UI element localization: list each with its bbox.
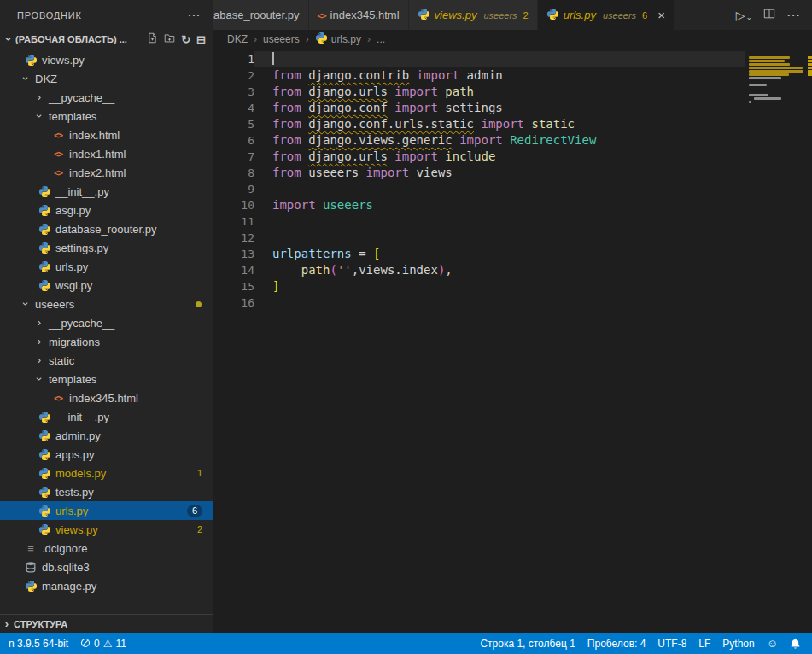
- code-line[interactable]: 9: [213, 181, 812, 197]
- python-interpreter-status[interactable]: n 3.9.5 64-bit: [3, 633, 74, 654]
- error-count: 0: [94, 638, 100, 650]
- breadcrumb-item-dkz[interactable]: DKZ: [227, 33, 248, 45]
- editor-group: database_roouter.py <> index345.html vie…: [213, 0, 812, 633]
- code-line[interactable]: 15]: [213, 278, 812, 295]
- explorer-title: ПРОВОДНИК: [17, 10, 82, 20]
- collapse-all-icon[interactable]: ⊟: [196, 34, 206, 45]
- file-models-py[interactable]: models.py1: [0, 464, 213, 482]
- code-line[interactable]: 6from django.views.generic import Redire…: [213, 132, 812, 149]
- tab-views[interactable]: views.py useeers 2: [409, 0, 538, 30]
- line-number: 15: [213, 278, 254, 295]
- code-editor[interactable]: 12from django.contrib import admin3from …: [213, 49, 812, 633]
- problems-status[interactable]: 0 ⚠ 11: [74, 633, 132, 654]
- file-manage-py[interactable]: manage.py: [0, 576, 213, 595]
- cursor-position-status[interactable]: Строка 1, столбец 1: [474, 633, 581, 654]
- language-mode-status[interactable]: Python: [716, 633, 760, 654]
- folder-migrations[interactable]: ›migrations: [0, 332, 213, 351]
- explorer-more-actions-icon[interactable]: ⋯: [187, 8, 201, 23]
- code-line[interactable]: 5from django.conf.urls.static import sta…: [213, 116, 812, 132]
- file-database-roouter-py[interactable]: database_roouter.py: [0, 219, 213, 238]
- minimap-line: [749, 56, 790, 59]
- split-editor-button[interactable]: [763, 8, 775, 23]
- code-line[interactable]: 16: [213, 295, 812, 311]
- chevron-down-icon: ›: [16, 297, 35, 311]
- eol-status[interactable]: LF: [692, 633, 716, 654]
- code-line[interactable]: 10import useeers: [213, 197, 812, 213]
- file-settings-py[interactable]: settings.py: [0, 238, 213, 257]
- tree-item-label: models.py: [55, 467, 106, 480]
- outline-section-header[interactable]: › СТРУКТУРА: [0, 614, 213, 633]
- file--dcignore[interactable]: ≡.dcignore: [0, 539, 213, 558]
- new-file-icon[interactable]: [147, 32, 158, 46]
- file-views-py[interactable]: views.py: [0, 50, 213, 69]
- breadcrumb-item-useeers[interactable]: useeers: [263, 33, 300, 45]
- breadcrumb-separator-icon: ›: [306, 33, 309, 45]
- file-urls-py[interactable]: urls.py: [0, 257, 213, 276]
- line-number: 4: [213, 100, 254, 116]
- line-number: 5: [213, 116, 254, 132]
- code-line[interactable]: 8from useeers import views: [213, 165, 812, 181]
- file-asgi-py[interactable]: asgi.py: [0, 201, 213, 219]
- refresh-icon[interactable]: ↻: [181, 34, 190, 45]
- tab-index345[interactable]: <> index345.html: [309, 0, 409, 30]
- line-content: import useeers: [254, 197, 745, 213]
- indentation-status[interactable]: Пробелов: 4: [581, 633, 652, 654]
- run-button[interactable]: ▷ ⌄: [736, 9, 752, 22]
- folder-templates[interactable]: ›templates: [0, 107, 213, 126]
- tree-item-label: __init__.py: [55, 411, 109, 423]
- code-line[interactable]: 12: [213, 230, 812, 246]
- file-admin-py[interactable]: admin.py: [0, 426, 213, 445]
- python-icon: [315, 32, 328, 47]
- code-line[interactable]: 2from django.contrib import admin: [213, 67, 812, 84]
- file-views-py[interactable]: views.py2: [0, 520, 213, 539]
- python-icon: [418, 8, 430, 23]
- chevron-right-icon: ›: [0, 615, 14, 634]
- code-line[interactable]: 13urlpatterns = [: [213, 246, 812, 262]
- cursor-caret: [272, 52, 274, 65]
- code-line[interactable]: 7from django.urls import include: [213, 149, 812, 165]
- python-icon: [38, 505, 51, 517]
- workspace-header[interactable]: › (РАБОЧАЯ ОБЛАСТЬ) ... ↻ ⊟: [0, 30, 213, 49]
- tree-item-label: templates: [49, 373, 96, 386]
- notifications-bell-icon[interactable]: [784, 633, 807, 654]
- file-index2-html[interactable]: <>index2.html: [0, 163, 213, 182]
- file--init-py[interactable]: __init__.py: [0, 182, 213, 201]
- file--init-py[interactable]: __init__.py: [0, 407, 213, 426]
- file-tests-py[interactable]: tests.py: [0, 482, 213, 501]
- breadcrumb-item-more[interactable]: ...: [377, 33, 385, 45]
- more-actions-icon[interactable]: ⋯: [786, 7, 800, 23]
- folder--pycache-[interactable]: ›__pycache__: [0, 313, 213, 332]
- feedback-icon[interactable]: ☺: [761, 633, 784, 654]
- tree-item-label: __pycache__: [49, 317, 114, 330]
- new-folder-icon[interactable]: [164, 32, 175, 46]
- file-index345-html[interactable]: <>index345.html: [0, 388, 213, 407]
- file-index-html[interactable]: <>index.html: [0, 126, 213, 144]
- code-line[interactable]: 4from django.conf import settings: [213, 100, 812, 116]
- folder-dkz[interactable]: ›DKZ: [0, 69, 213, 88]
- tab-urls[interactable]: urls.py useeers 6 ×: [538, 0, 675, 30]
- code-line[interactable]: 1: [213, 51, 812, 67]
- code-line[interactable]: 14 path('',views.index),: [213, 262, 812, 278]
- file-apps-py[interactable]: apps.py: [0, 445, 213, 464]
- problems-badge: 2: [197, 523, 202, 536]
- python-icon: [24, 580, 38, 593]
- folder-useeers[interactable]: ›useeers: [0, 295, 213, 313]
- folder-templates[interactable]: ›templates: [0, 370, 213, 388]
- close-tab-icon[interactable]: ×: [657, 9, 665, 21]
- folder-static[interactable]: ›static: [0, 351, 213, 370]
- code-line[interactable]: 3from django.urls import path: [213, 84, 812, 100]
- breadcrumb-item-urls[interactable]: urls.py: [315, 32, 361, 47]
- file-db-sqlite3[interactable]: db.sqlite3: [0, 558, 213, 576]
- folder--pycache-[interactable]: ›__pycache__: [0, 88, 213, 107]
- tab-database-roouter[interactable]: database_roouter.py: [213, 0, 309, 30]
- line-content: urlpatterns = [: [254, 246, 745, 262]
- html-icon: <>: [318, 9, 326, 21]
- file-wsgi-py[interactable]: wsgi.py: [0, 276, 213, 295]
- file-index1-html[interactable]: <>index1.html: [0, 144, 213, 163]
- line-content: [254, 295, 745, 311]
- encoding-status[interactable]: UTF-8: [651, 633, 692, 654]
- minimap[interactable]: [747, 51, 805, 154]
- code-line[interactable]: 11: [213, 213, 812, 230]
- line-content: [254, 213, 745, 230]
- file-urls-py[interactable]: urls.py6: [0, 501, 213, 520]
